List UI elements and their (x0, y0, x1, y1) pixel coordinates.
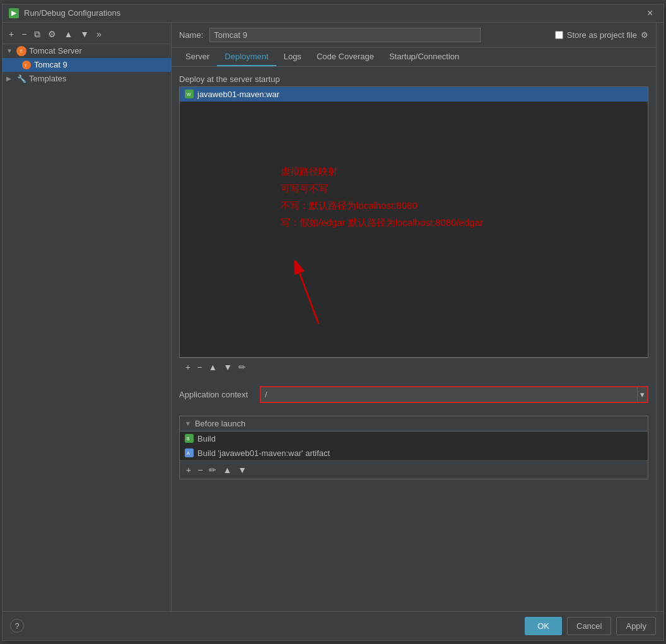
deploy-remove-button[interactable]: − (194, 361, 204, 373)
apply-button[interactable]: Apply (616, 617, 656, 635)
before-launch-header[interactable]: ▼ Before launch (180, 416, 648, 431)
sidebar-toolbar: + − ⧉ ⚙ ▲ ▼ » (3, 25, 171, 44)
before-launch-item-artifact-label: Build 'javaweb01-maven:war' artifact (197, 448, 330, 458)
tab-startup-connection[interactable]: Startup/Connection (382, 48, 467, 66)
build-icon: B (185, 434, 194, 443)
before-launch-list: B Build A Build 'javaweb01-maven:war' ar… (180, 431, 648, 460)
before-launch-item-build[interactable]: B Build (180, 431, 648, 446)
tomcat9-label: Tomcat 9 (34, 60, 67, 69)
tabs-row: Server Deployment Logs Code Coverage Sta… (172, 48, 656, 67)
help-button[interactable]: ? (10, 619, 24, 633)
tab-logs[interactable]: Logs (276, 48, 309, 66)
deploy-section: Deploy at the server startup W javaweb01… (179, 74, 648, 376)
name-input[interactable] (209, 28, 481, 42)
deploy-toolbar: + − ▲ ▼ ✏ (179, 358, 648, 376)
before-launch-arrow: ▼ (185, 420, 191, 427)
tomcat-server-label: Tomcat Server (29, 46, 82, 56)
main-panel: Name: Store as project file ⚙ Server Dep… (172, 23, 656, 611)
footer: ? OK Cancel Apply (3, 611, 663, 640)
svg-text:B: B (187, 436, 190, 441)
before-launch-edit-button[interactable]: ✏ (206, 464, 219, 476)
app-context-label: Application context (179, 390, 255, 399)
close-button[interactable]: × (647, 8, 657, 18)
before-launch-remove-button[interactable]: − (195, 464, 205, 476)
run-debug-dialog: ▶ Run/Debug Configurations × + − ⧉ ⚙ ▲ ▼… (2, 4, 664, 641)
svg-line-7 (300, 273, 318, 324)
deploy-section-title: Deploy at the server startup (179, 74, 648, 84)
tab-deployment[interactable]: Deployment (217, 48, 276, 66)
deploy-up-button[interactable]: ▲ (206, 361, 219, 373)
before-launch-item-artifact[interactable]: A Build 'javaweb01-maven:war' artifact (180, 446, 648, 460)
annotation-overlay: 虚拟路径映射 可写可不写 不写：默认路径为localhost:8080 写：假如… (281, 163, 483, 231)
sidebar-group-templates[interactable]: ▶ 🔧 Templates (3, 72, 171, 86)
dialog-icon: ▶ (9, 8, 19, 18)
deploy-item-icon: W (185, 90, 194, 98)
red-arrow-annotation (287, 261, 337, 325)
deploy-list-container: W javaweb01-maven:war 虚拟路径映射 可写可不写 不写：默认… (179, 86, 648, 358)
before-launch-item-build-label: Build (197, 434, 216, 443)
footer-left: ? (10, 619, 24, 633)
before-launch-up-button[interactable]: ▲ (220, 464, 234, 476)
templates-arrow: ▶ (6, 75, 14, 82)
sidebar: + − ⧉ ⚙ ▲ ▼ » ▼ T Tomcat Server (3, 23, 172, 611)
annotation-line-4: 写：假如/edgar 默认路径为localhost:8080/edgar (281, 214, 483, 231)
title-bar: ▶ Run/Debug Configurations × (3, 4, 663, 23)
svg-text:T: T (25, 64, 27, 67)
tab-code-coverage[interactable]: Code Coverage (309, 48, 382, 66)
deploy-down-button[interactable]: ▼ (221, 361, 235, 373)
settings-gear-icon: ⚙ (641, 30, 648, 40)
app-context-input[interactable] (261, 387, 637, 402)
scrollbar[interactable] (656, 23, 663, 611)
app-context-dropdown-button[interactable]: ▾ (637, 387, 647, 402)
svg-text:A: A (187, 451, 190, 455)
app-context-row: Application context ▾ (179, 382, 648, 407)
tab-server[interactable]: Server (178, 48, 217, 66)
deploy-item-label: javaweb01-maven:war (197, 90, 279, 99)
add-config-button[interactable]: + (6, 28, 16, 40)
deploy-add-button[interactable]: + (183, 361, 193, 373)
before-launch-down-button[interactable]: ▼ (235, 464, 249, 476)
footer-right: OK Cancel Apply (525, 617, 656, 635)
remove-config-button[interactable]: − (19, 28, 29, 40)
annotation-line-1: 虚拟路径映射 (281, 163, 483, 180)
ok-button[interactable]: OK (525, 617, 562, 635)
store-as-project-label: Store as project file (567, 30, 637, 40)
before-launch-title: Before launch (195, 419, 245, 428)
templates-icon: 🔧 (16, 74, 26, 84)
name-label: Name: (179, 30, 203, 40)
sidebar-item-tomcat9[interactable]: T Tomcat 9 (3, 58, 171, 72)
app-context-input-wrap: ▾ (260, 386, 648, 403)
copy-config-button[interactable]: ⧉ (32, 28, 43, 41)
store-as-project-checkbox[interactable] (555, 31, 563, 39)
annotation-line-3: 不写：默认路径为localhost:8080 (281, 197, 483, 214)
tomcat-server-icon: T (16, 46, 26, 56)
group-arrow: ▼ (6, 47, 14, 54)
move-down-config-button[interactable]: ▼ (78, 28, 91, 40)
deploy-list-item[interactable]: W javaweb01-maven:war (180, 87, 648, 102)
content-area: + − ⧉ ⚙ ▲ ▼ » ▼ T Tomcat Server (3, 23, 663, 611)
settings-config-button[interactable]: ⚙ (45, 28, 59, 40)
title-bar-left: ▶ Run/Debug Configurations (9, 8, 120, 18)
before-launch-toolbar: + − ✏ ▲ ▼ (180, 460, 648, 479)
dialog-title: Run/Debug Configurations (24, 8, 120, 18)
tab-content: Deploy at the server startup W javaweb01… (172, 67, 656, 611)
deploy-edit-button[interactable]: ✏ (236, 361, 248, 373)
name-row: Name: Store as project file ⚙ (172, 23, 656, 48)
templates-label: Templates (29, 74, 66, 83)
more-config-button[interactable]: » (94, 28, 104, 40)
store-checkbox-area: Store as project file ⚙ (555, 30, 648, 40)
svg-text:W: W (187, 92, 191, 97)
tomcat9-icon: T (21, 60, 32, 70)
before-launch-section: ▼ Before launch B Build A (179, 416, 648, 479)
artifact-icon: A (185, 448, 194, 457)
sidebar-group-tomcat-server[interactable]: ▼ T Tomcat Server (3, 44, 171, 58)
before-launch-add-button[interactable]: + (184, 464, 194, 476)
move-up-config-button[interactable]: ▲ (61, 28, 75, 40)
annotation-line-2: 可写可不写 (281, 180, 483, 197)
svg-text:T: T (20, 49, 23, 54)
cancel-button[interactable]: Cancel (567, 617, 611, 635)
